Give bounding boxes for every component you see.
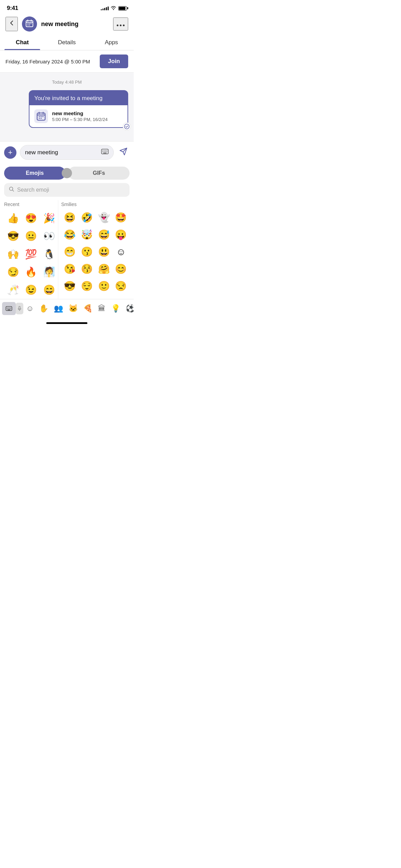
- svg-rect-31: [10, 308, 11, 308]
- emoji-100[interactable]: 💯: [22, 245, 40, 263]
- emoji-cool[interactable]: 😎: [61, 278, 78, 295]
- battery-icon: [118, 6, 127, 11]
- emoji-happy[interactable]: 😃: [95, 243, 112, 261]
- svg-rect-20: [107, 150, 107, 151]
- send-button[interactable]: [117, 146, 130, 159]
- emoji-party[interactable]: 🎉: [40, 209, 58, 227]
- emoji-thumbsup[interactable]: 👍: [4, 209, 22, 227]
- buildings-category-icon[interactable]: 🏛: [95, 303, 108, 314]
- tabs: Chat Details Apps: [0, 34, 134, 50]
- emoji-hugging[interactable]: 🤗: [95, 261, 112, 278]
- emoji-big-eyes[interactable]: 😊: [112, 261, 130, 278]
- emoji-raised-hands[interactable]: 🙌: [4, 245, 22, 263]
- emoji-search-bar[interactable]: Search emoji: [4, 183, 130, 197]
- hand-category-icon[interactable]: ✋: [36, 303, 51, 314]
- svg-rect-32: [7, 309, 8, 309]
- svg-rect-29: [8, 308, 9, 308]
- emoji-grinning[interactable]: 😆: [61, 209, 78, 226]
- svg-rect-14: [40, 118, 42, 119]
- svg-rect-22: [104, 152, 105, 152]
- signal-icon: [101, 6, 109, 10]
- emoji-sunglasses[interactable]: 😎: [4, 227, 22, 245]
- invite-calendar-icon: [34, 109, 48, 123]
- svg-rect-30: [9, 308, 10, 308]
- people-category-icon[interactable]: 👥: [51, 303, 66, 314]
- svg-rect-17: [102, 150, 103, 151]
- header: new meeting: [0, 14, 134, 34]
- invite-header: You're invited to a meeting: [29, 90, 128, 105]
- meeting-banner: Friday, 16 February 2024 @ 5:00 PM Join: [0, 50, 134, 73]
- emoji-picker: Emojis GIFs Search emoji Recent 👍 😍 🎉 😎 …: [0, 163, 134, 299]
- mic-category-icon[interactable]: [16, 303, 23, 314]
- emoji-clown[interactable]: 😛: [112, 226, 130, 243]
- svg-rect-21: [102, 152, 103, 152]
- emoji-sweat-smile[interactable]: 😅: [95, 226, 112, 243]
- svg-point-7: [120, 25, 122, 26]
- send-icon: [119, 147, 127, 158]
- tab-apps[interactable]: Apps: [89, 34, 134, 50]
- emoji-neutral[interactable]: 😐: [22, 227, 40, 245]
- emoji-unamused[interactable]: 😒: [112, 278, 130, 295]
- smilies-label: Smilies: [61, 202, 130, 207]
- join-button[interactable]: Join: [100, 55, 128, 68]
- emoji-big-smile[interactable]: 😂: [61, 226, 78, 243]
- svg-rect-23: [105, 152, 106, 152]
- food-category-icon[interactable]: 🍕: [81, 303, 95, 314]
- recent-emoji-grid: 👍 😍 🎉 😎 😐 👀 🙌 💯 🐧 😏 🔥 🧖 🥂 😉 😄: [4, 209, 58, 299]
- emoji-person[interactable]: 🧖: [40, 263, 58, 281]
- emoji-mindblown[interactable]: 🤯: [78, 226, 95, 243]
- invite-check-icon: [123, 122, 131, 131]
- search-icon: [9, 186, 14, 193]
- tab-chat[interactable]: Chat: [0, 34, 45, 50]
- message-input-wrap[interactable]: new meeting: [20, 145, 114, 160]
- gifs-tab-button[interactable]: GIFs: [68, 167, 130, 180]
- emoji-ghost[interactable]: 👻: [95, 209, 112, 226]
- emojis-tab-button[interactable]: Emojis: [4, 167, 65, 180]
- emoji-gif-tabs: Emojis GIFs: [0, 163, 134, 183]
- emoji-smile[interactable]: 😄: [40, 281, 58, 299]
- objects-category-icon[interactable]: 💡: [108, 303, 123, 314]
- avatar-icon: [25, 20, 34, 29]
- plus-icon: +: [8, 149, 13, 156]
- invite-body: new meeting 5:00 PM – 5:30 PM, 16/2/24: [29, 105, 128, 128]
- emoji-eyes[interactable]: 👀: [40, 227, 58, 245]
- invite-meeting-time: 5:00 PM – 5:30 PM, 16/2/24: [52, 117, 108, 122]
- home-indicator: [0, 318, 134, 328]
- emoji-smirk[interactable]: 😏: [4, 263, 22, 281]
- svg-rect-1: [27, 23, 28, 24]
- svg-rect-33: [8, 309, 9, 309]
- message-input[interactable]: new meeting: [25, 149, 101, 156]
- emoji-wink[interactable]: 😉: [22, 281, 40, 299]
- smiley-category-icon[interactable]: ☺: [23, 303, 36, 314]
- emoji-rofl[interactable]: 🤣: [78, 209, 95, 226]
- svg-point-8: [123, 25, 125, 26]
- emoji-relieved[interactable]: 😌: [78, 278, 95, 295]
- emoji-star-eyes[interactable]: 🤩: [112, 209, 130, 226]
- sports-category-icon[interactable]: ⚽: [123, 303, 134, 314]
- emoji-clinking[interactable]: 🥂: [4, 281, 22, 299]
- emoji-penguin[interactable]: 🐧: [40, 245, 58, 263]
- back-button[interactable]: [5, 17, 18, 31]
- more-options-button[interactable]: [113, 17, 128, 31]
- smilies-section: Smilies 😆 🤣 👻 🤩 😂 🤯 😅 😛 😁 😗 😃 ☺️ 😘 😚 🤗 😊…: [58, 200, 130, 299]
- search-emoji-placeholder: Search emoji: [17, 187, 49, 193]
- keyboard-toggle-icon[interactable]: [101, 149, 109, 156]
- svg-rect-4: [27, 25, 28, 25]
- emoji-kissing-heart[interactable]: 😘: [61, 261, 78, 278]
- emoji-smiling-face[interactable]: 🙂: [95, 278, 112, 295]
- add-attachment-button[interactable]: +: [4, 146, 16, 159]
- tab-details[interactable]: Details: [45, 34, 89, 50]
- emoji-kiss-smiling[interactable]: 😗: [78, 243, 95, 261]
- emoji-heart-kiss[interactable]: 😚: [78, 261, 95, 278]
- invite-card: You're invited to a meeting new meeting …: [29, 90, 128, 128]
- emoji-blush[interactable]: ☺️: [112, 243, 130, 261]
- keyboard-category-icon[interactable]: [2, 302, 16, 315]
- animal-category-icon[interactable]: 🐱: [66, 303, 81, 314]
- header-title: new meeting: [41, 21, 109, 28]
- svg-rect-28: [7, 308, 8, 308]
- emoji-fire[interactable]: 🔥: [22, 263, 40, 281]
- svg-rect-18: [104, 150, 105, 151]
- emoji-grinning2[interactable]: 😁: [61, 243, 78, 261]
- emoji-heart-eyes[interactable]: 😍: [22, 209, 40, 227]
- status-icons: [101, 5, 127, 11]
